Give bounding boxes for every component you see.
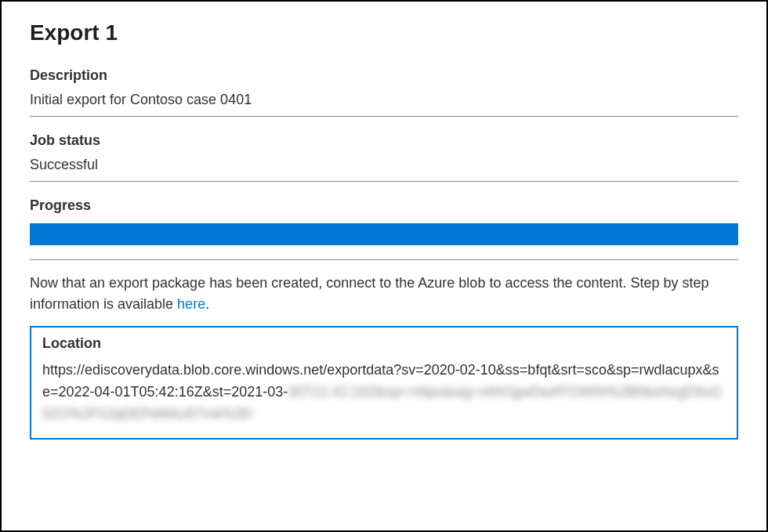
instructions-link[interactable]: here: [177, 296, 205, 312]
location-box: Location https://ediscoverydata.blob.cor…: [30, 326, 738, 440]
job-status-field: Job status Successful: [30, 132, 738, 182]
description-value: Initial export for Contoso case 0401: [30, 92, 738, 117]
job-status-label: Job status: [30, 132, 738, 149]
location-label: Location: [42, 335, 726, 352]
instructions-text: Now that an export package has been crea…: [30, 273, 738, 315]
instructions-after: .: [205, 296, 209, 312]
job-status-value: Successful: [30, 157, 738, 182]
export-details-panel: Export 1 Description Initial export for …: [0, 0, 768, 532]
divider: [30, 259, 738, 260]
description-field: Description Initial export for Contoso c…: [30, 67, 738, 117]
progress-bar: [30, 223, 738, 245]
progress-field: Progress: [30, 197, 738, 245]
location-value[interactable]: https://ediscoverydata.blob.core.windows…: [42, 360, 726, 425]
progress-label: Progress: [30, 197, 738, 214]
instructions-before: Now that an export package has been crea…: [30, 275, 709, 312]
description-label: Description: [30, 67, 738, 84]
page-title: Export 1: [30, 20, 738, 45]
